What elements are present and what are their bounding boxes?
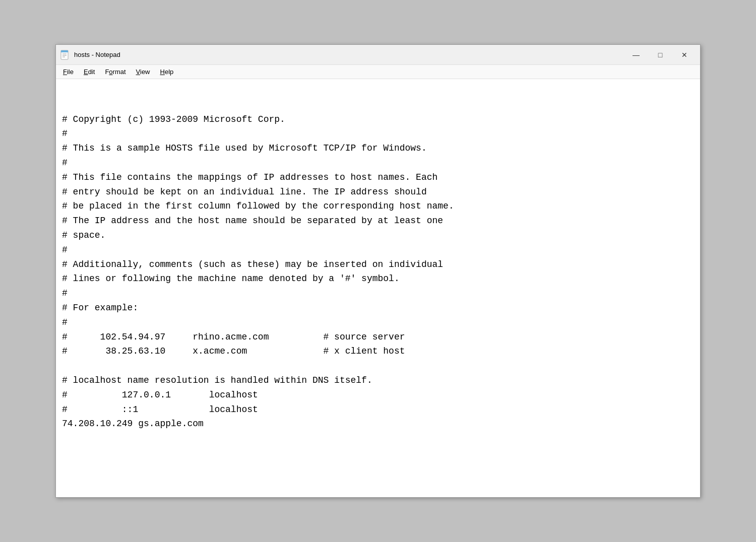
menu-edit[interactable]: Edit [79, 66, 100, 78]
title-bar: hosts - Notepad — □ ✕ [56, 45, 700, 65]
menu-bar: File Edit Format View Help [56, 65, 700, 79]
menu-format[interactable]: Format [100, 66, 131, 78]
svg-rect-1 [61, 50, 68, 52]
close-button[interactable]: ✕ [673, 48, 696, 62]
menu-file[interactable]: File [58, 66, 79, 78]
editor-area[interactable]: # Copyright (c) 1993-2009 Microsoft Corp… [56, 79, 700, 497]
menu-view[interactable]: View [131, 66, 155, 78]
menu-help[interactable]: Help [155, 66, 179, 78]
maximize-button[interactable]: □ [649, 48, 672, 62]
editor-content: # Copyright (c) 1993-2009 Microsoft Corp… [62, 112, 694, 432]
window-title: hosts - Notepad [74, 51, 624, 58]
notepad-icon [60, 50, 70, 60]
minimize-button[interactable]: — [624, 48, 648, 62]
notepad-window: hosts - Notepad — □ ✕ File Edit Format V… [55, 44, 701, 498]
window-controls: — □ ✕ [624, 48, 696, 62]
